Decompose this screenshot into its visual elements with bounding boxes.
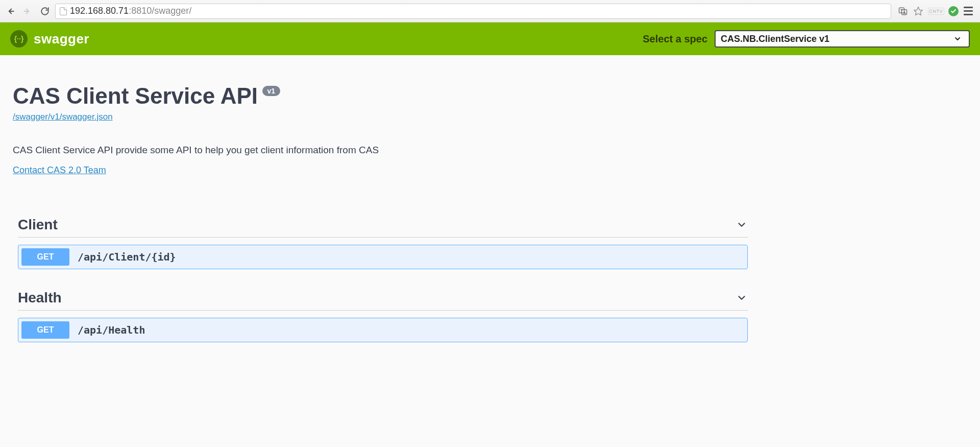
tag-name: Client	[18, 217, 58, 233]
svg-marker-4	[914, 7, 922, 15]
spec-selector: Select a spec CAS.NB.ClientService v1	[643, 30, 970, 48]
back-button[interactable]	[3, 4, 17, 18]
swagger-json-link[interactable]: /swagger/v1/swagger.json	[13, 112, 753, 122]
tag-header[interactable]: Health	[18, 290, 748, 311]
http-method-badge: GET	[21, 248, 69, 266]
swagger-logo-icon: {··}	[10, 30, 28, 48]
spec-select[interactable]: CAS.NB.ClientService v1	[715, 30, 970, 48]
page-info-icon	[60, 7, 67, 15]
swagger-topbar: {··} swagger Select a spec CAS.NB.Client…	[0, 22, 980, 55]
operation-get-health[interactable]: GET /api/Health	[18, 318, 748, 342]
main-content: CAS Client Service API v1 /swagger/v1/sw…	[0, 55, 766, 373]
tag-name: Health	[18, 290, 62, 306]
browser-menu-button[interactable]	[963, 6, 974, 17]
forward-button[interactable]	[20, 4, 35, 18]
brand-name: swagger	[34, 31, 89, 47]
browser-toolbar: 192.168.80.71:8810/swagger/ CNTV	[0, 0, 980, 22]
bookmark-icon[interactable]	[913, 6, 924, 17]
operation-path: /api/Client/{id}	[78, 251, 176, 263]
spec-label: Select a spec	[643, 33, 707, 45]
chevron-down-icon	[736, 292, 748, 304]
reload-button[interactable]	[38, 4, 52, 18]
tag-header[interactable]: Client	[18, 217, 748, 238]
browser-right-icons: CNTV	[894, 6, 977, 17]
page-viewport[interactable]: {··} swagger Select a spec CAS.NB.Client…	[0, 22, 980, 447]
tag-section-health: Health GET /api/Health	[13, 290, 753, 342]
version-badge: v1	[262, 86, 281, 96]
spec-selected-value: CAS.NB.ClientService v1	[721, 34, 829, 44]
contact-link[interactable]: Contact CAS 2.0 Team	[13, 165, 753, 176]
url-text: 192.168.80.71:8810/swagger/	[70, 6, 191, 16]
api-title: CAS Client Service API	[13, 83, 258, 108]
chevron-down-icon	[951, 33, 964, 45]
operation-get-client-by-id[interactable]: GET /api/Client/{id}	[18, 245, 748, 269]
http-method-badge: GET	[21, 321, 69, 339]
status-ok-icon[interactable]	[948, 6, 959, 16]
address-bar[interactable]: 192.168.80.71:8810/swagger/	[55, 4, 891, 19]
operation-path: /api/Health	[78, 324, 145, 336]
translate-icon[interactable]	[897, 6, 909, 17]
tag-section-client: Client GET /api/Client/{id}	[13, 217, 753, 269]
api-description: CAS Client Service API provide some API …	[13, 145, 753, 156]
extension-badge[interactable]: CNTV	[928, 8, 945, 15]
chevron-down-icon	[736, 219, 748, 231]
brand: {··} swagger	[10, 30, 89, 48]
